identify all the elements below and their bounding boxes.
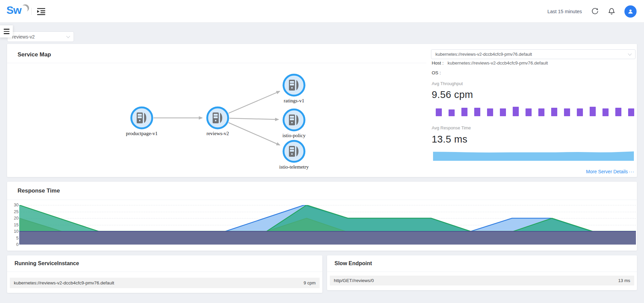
avg-response-spark-chart [433, 151, 634, 161]
panel-divider [7, 200, 637, 200]
service-node-label: productpage-v1 [111, 131, 172, 136]
endpoint-row[interactable]: http/GET//reviews/0 13 ms [330, 276, 634, 285]
response-time-chart[interactable] [19, 205, 636, 245]
avg-response-value: 13.5 ms [432, 134, 467, 145]
service-node-label: reviews-v2 [187, 131, 248, 136]
server-details-panel: kubernetes://reviews-v2-dccb4cfc9-pmv76.… [431, 44, 636, 177]
host-label: Host : [432, 60, 444, 66]
time-range-selector[interactable]: Last 15 minutes [547, 9, 582, 14]
host-value: kubernetes://reviews-v2-dccb4cfc9-pmv76.… [448, 60, 548, 66]
sidebar-toggle-button[interactable] [0, 25, 13, 37]
service-selector-value: reviews-v2 [12, 34, 35, 40]
service-node-ratings-v1[interactable] [284, 75, 304, 96]
throughput-bar [500, 108, 506, 116]
panel-divider [7, 272, 322, 272]
throughput-bar [474, 108, 480, 116]
hamburger-icon [4, 29, 9, 30]
throughput-bar [628, 108, 634, 116]
service-selector[interactable]: reviews-v2 [7, 31, 74, 42]
yaxis-tick-label: 5 [8, 236, 19, 241]
service-map-canvas[interactable] [7, 44, 426, 177]
topbar-divider [31, 8, 32, 15]
throughput-bar-chart [436, 106, 634, 116]
refresh-icon[interactable] [591, 7, 599, 16]
chevron-down-icon [66, 34, 70, 38]
yaxis-tick-label: 20 [8, 216, 19, 221]
yaxis-tick-label: 10 [8, 229, 19, 234]
service-node-label: ratings-v1 [264, 98, 324, 104]
os-label: OS : [432, 70, 441, 75]
ellipsis: ··· [629, 169, 635, 174]
panel-divider [327, 272, 637, 272]
endpoint-name: http/GET//reviews/0 [334, 278, 618, 283]
throughput-bar [615, 108, 621, 116]
notifications-bell-icon[interactable] [608, 7, 616, 16]
chevron-down-icon [628, 52, 632, 55]
instance-selector[interactable]: kubernetes://reviews-v2-dccb4cfc9-pmv76.… [431, 49, 636, 59]
logo-text: Sw [6, 4, 21, 17]
service-map-edge [230, 118, 278, 120]
logo-swoosh-icon [21, 4, 30, 14]
service-map-panel: Service Map kubernetes://reviews-v2-dccb… [7, 44, 637, 177]
throughput-label: Avg Throughput [432, 81, 463, 86]
purple-band-series-area [19, 231, 636, 245]
service-node-label: istio-policy [264, 133, 324, 138]
instance-name: kubernetes://reviews-v2-dccb4cfc9-pmv76.… [14, 280, 304, 285]
app-topbar: Sw Last 15 minutes [0, 0, 644, 23]
skywalking-logo[interactable]: Sw [6, 3, 32, 19]
slow-endpoint-panel: Slow Endpoint http/GET//reviews/0 13 ms [327, 255, 637, 290]
topbar-right-cluster: Last 15 minutes [547, 0, 637, 23]
throughput-bar [590, 107, 596, 116]
response-time-panel: Response Time 302520151050 [7, 182, 637, 251]
avg-response-area [433, 151, 634, 161]
throughput-bar [577, 108, 583, 116]
throughput-bar [487, 108, 493, 116]
response-time-title: Response Time [18, 187, 60, 194]
throughput-bar [461, 108, 467, 116]
throughput-bar [538, 108, 544, 116]
throughput-bar [602, 108, 609, 116]
throughput-bar [449, 109, 455, 116]
throughput-bar [551, 108, 557, 116]
yaxis-tick-label: 15 [8, 223, 19, 227]
user-avatar[interactable] [624, 5, 637, 18]
throughput-value: 9.56 cpm [432, 89, 473, 100]
running-instance-panel: Running ServiceInstance kubernetes://rev… [7, 255, 322, 293]
service-node-istio-telemetry[interactable] [284, 141, 304, 162]
instance-selector-value: kubernetes://reviews-v2-dccb4cfc9-pmv76.… [435, 52, 532, 57]
service-node-istio-policy[interactable] [284, 109, 304, 130]
collapse-menu-icon[interactable] [37, 8, 45, 15]
service-node-label: istio-telemetry [264, 164, 324, 170]
yaxis-tick-label: 0 [8, 242, 19, 247]
os-row: OS : [432, 70, 444, 75]
slow-endpoint-title: Slow Endpoint [334, 260, 372, 267]
response-time-yaxis: 302520151050 [8, 182, 19, 251]
yaxis-tick-label: 25 [8, 209, 19, 214]
instance-row[interactable]: kubernetes://reviews-v2-dccb4cfc9-pmv76.… [10, 278, 320, 288]
service-node-reviews-v2[interactable] [207, 107, 228, 128]
host-row: Host : kubernetes://reviews-v2-dccb4cfc9… [432, 60, 548, 66]
service-node-productpage-v1[interactable] [131, 107, 152, 128]
running-instance-title: Running ServiceInstance [15, 260, 79, 267]
throughput-bar [436, 108, 442, 116]
yaxis-tick-label: 30 [8, 203, 19, 207]
throughput-bar [564, 108, 570, 116]
instance-throughput: 9 cpm [304, 280, 316, 285]
endpoint-latency: 13 ms [618, 278, 630, 283]
avg-response-label: Avg Response Time [432, 125, 471, 130]
more-server-details-link[interactable]: More Server Details··· [586, 169, 635, 174]
throughput-bar [526, 108, 532, 116]
throughput-bar [513, 107, 519, 116]
